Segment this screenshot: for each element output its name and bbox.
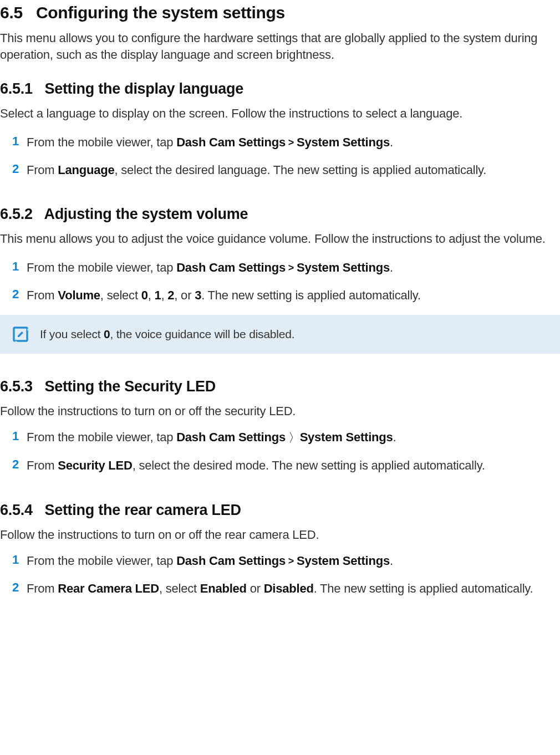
- heading-6-5-2: 6.5.2 Adjusting the system volume: [0, 206, 560, 223]
- step-text: From Volume, select 0, 1, 2, or 3. The n…: [27, 287, 421, 304]
- bold-text: Rear Camera LED: [58, 581, 159, 595]
- step-number: 1: [12, 134, 27, 149]
- step-text: From Security LED, select the desired mo…: [27, 457, 485, 474]
- heading-title: Configuring the system settings: [36, 3, 285, 22]
- intro-paragraph: Select a language to display on the scre…: [0, 105, 560, 122]
- step-item: 1 From the mobile viewer, tap Dash Cam S…: [0, 259, 560, 276]
- heading-6-5: 6.5 Configuring the system settings: [0, 3, 560, 22]
- step-item: 2 From Security LED, select the desired …: [0, 457, 560, 474]
- heading-number: 6.5.1: [0, 80, 33, 97]
- bold-text: Disabled: [264, 581, 314, 595]
- intro-paragraph: This menu allows you to configure the ha…: [0, 30, 560, 63]
- step-text: From the mobile viewer, tap Dash Cam Set…: [27, 259, 393, 276]
- bold-text: Dash Cam Settings 〉System Settings: [176, 430, 393, 444]
- bold-text: Volume: [58, 288, 100, 302]
- heading-title: Setting the Security LED: [44, 378, 216, 395]
- heading-title: Setting the rear camera LED: [44, 502, 241, 518]
- step-text: From Rear Camera LED, select Enabled or …: [27, 580, 533, 597]
- step-item: 2 From Rear Camera LED, select Enabled o…: [0, 580, 560, 597]
- note-text: If you select 0, the voice guidance will…: [40, 328, 294, 341]
- step-item: 1 From the mobile viewer, tap Dash Cam S…: [0, 429, 560, 446]
- heading-title: Adjusting the system volume: [44, 206, 248, 222]
- step-number: 2: [12, 287, 27, 302]
- intro-paragraph: Follow the instructions to turn on or of…: [0, 527, 560, 543]
- step-number: 2: [12, 457, 27, 472]
- step-text: From the mobile viewer, tap Dash Cam Set…: [27, 553, 393, 569]
- heading-6-5-4: 6.5.4 Setting the rear camera LED: [0, 502, 560, 519]
- bold-text: Enabled: [200, 581, 247, 595]
- step-item: 2 From Language, select the desired lang…: [0, 162, 560, 178]
- note-icon: [12, 326, 29, 343]
- step-number: 2: [12, 580, 27, 595]
- step-text: From the mobile viewer, tap Dash Cam Set…: [27, 134, 393, 151]
- bold-text: 0: [104, 328, 110, 340]
- step-item: 1 From the mobile viewer, tap Dash Cam S…: [0, 553, 560, 569]
- bold-text: Dash Cam Settings > System Settings: [176, 135, 390, 149]
- step-number: 1: [12, 429, 27, 443]
- bold-text: 3: [195, 288, 201, 302]
- heading-number: 6.5.3: [0, 378, 33, 395]
- step-number: 1: [12, 553, 27, 567]
- bold-text: Language: [58, 163, 114, 177]
- bold-text: 2: [167, 288, 174, 302]
- step-number: 1: [12, 259, 27, 274]
- bold-text: Security LED: [58, 458, 132, 472]
- step-item: 1 From the mobile viewer, tap Dash Cam S…: [0, 134, 560, 151]
- step-number: 2: [12, 162, 27, 176]
- heading-number: 6.5: [0, 3, 23, 22]
- chevron-right-icon: 〉: [288, 430, 301, 446]
- intro-paragraph: This menu allows you to adjust the voice…: [0, 231, 560, 247]
- heading-number: 6.5.2: [0, 206, 33, 222]
- heading-6-5-1: 6.5.1 Setting the display language: [0, 80, 560, 98]
- bold-text: 1: [155, 288, 161, 302]
- bold-text: 0: [141, 288, 148, 302]
- heading-title: Setting the display language: [44, 80, 243, 97]
- step-text: From the mobile viewer, tap Dash Cam Set…: [27, 429, 396, 446]
- bold-text: Dash Cam Settings > System Settings: [176, 554, 390, 568]
- intro-paragraph: Follow the instructions to turn on or of…: [0, 403, 560, 420]
- heading-number: 6.5.4: [0, 502, 33, 518]
- heading-6-5-3: 6.5.3 Setting the Security LED: [0, 378, 560, 395]
- bold-text: Dash Cam Settings > System Settings: [176, 261, 390, 274]
- step-item: 2 From Volume, select 0, 1, 2, or 3. The…: [0, 287, 560, 304]
- step-text: From Language, select the desired langua…: [27, 162, 486, 178]
- note-callout: If you select 0, the voice guidance will…: [0, 315, 560, 354]
